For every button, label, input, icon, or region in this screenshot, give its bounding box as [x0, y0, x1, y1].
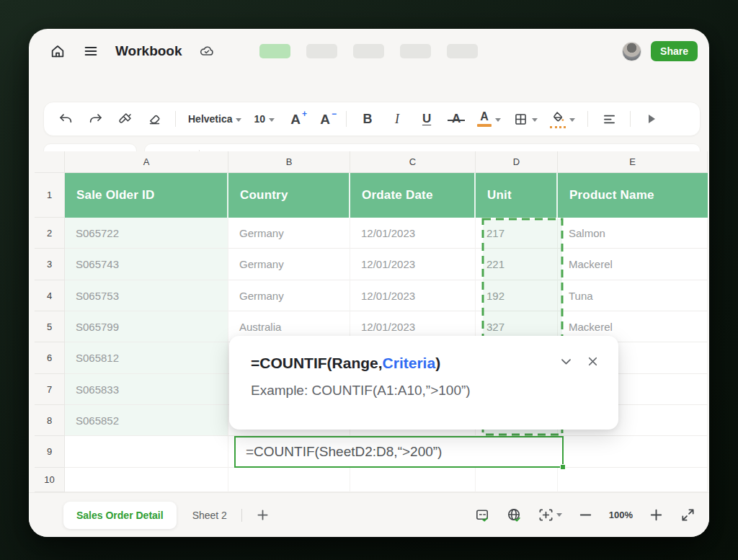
cell[interactable]: S065833 [65, 374, 228, 405]
column-header-d[interactable]: D [476, 151, 558, 173]
cell[interactable]: S065852 [65, 405, 228, 436]
align-button[interactable] [600, 108, 618, 130]
sheet-tab-sheet-2[interactable]: Sheet 2 [192, 510, 227, 521]
bold-button[interactable]: B [359, 108, 376, 130]
header-cell[interactable]: Sale Older ID [65, 173, 228, 218]
increase-font-size-button[interactable]: A+ [287, 108, 304, 130]
cell[interactable] [65, 436, 228, 468]
italic-button[interactable]: I [388, 108, 406, 130]
header-cell[interactable]: Unit [476, 173, 558, 218]
cloud-saved-icon [198, 43, 215, 60]
tab-placeholder-active[interactable] [259, 44, 290, 58]
column-header-e[interactable]: E [558, 151, 708, 173]
chevron-down-icon [269, 118, 275, 122]
home-icon[interactable] [49, 43, 66, 60]
fill-color-button[interactable] [550, 108, 575, 130]
grid: =COUNTIF(SheetD2:D8,“>200”) ABCDE1Sale O… [35, 151, 708, 492]
zoom-level[interactable]: 100% [609, 510, 633, 520]
selection-mode-icon[interactable] [538, 507, 562, 523]
eraser-icon[interactable] [146, 108, 163, 130]
cell[interactable] [558, 468, 708, 492]
cell[interactable]: Germany [228, 249, 350, 280]
font-size-select[interactable]: 10 [254, 108, 275, 130]
divider [346, 111, 347, 127]
cell[interactable]: 12/01/2023 [350, 249, 476, 280]
row-header-10[interactable]: 10 [35, 468, 65, 492]
cell[interactable]: S065743 [65, 249, 228, 280]
cell[interactable] [476, 468, 558, 492]
tab-placeholder[interactable] [353, 44, 384, 58]
header-cell[interactable]: Ordate Date [350, 173, 476, 218]
cell[interactable]: 12/01/2023 [350, 218, 476, 249]
select-all-corner[interactable] [35, 151, 65, 173]
fullscreen-icon[interactable] [680, 507, 696, 523]
font-color-button[interactable]: A [477, 108, 501, 130]
tooltip-title: =COUNTIF(Range,Criteria) [251, 355, 440, 372]
cell[interactable]: Germany [228, 280, 350, 311]
cell[interactable]: Mackerel [558, 249, 708, 280]
cell[interactable]: S065812 [65, 342, 228, 374]
app-window: Workbook Share [29, 29, 709, 537]
row-header-8[interactable]: 8 [35, 405, 65, 436]
underline-button[interactable]: U [418, 108, 435, 130]
strikethrough-button[interactable]: A [448, 108, 465, 130]
redo-icon[interactable] [86, 108, 104, 130]
cell-check-icon[interactable] [474, 507, 491, 523]
avatar[interactable] [622, 42, 641, 61]
globe-check-icon[interactable] [506, 507, 523, 523]
cell[interactable]: S065799 [65, 311, 228, 342]
more-tools-icon[interactable] [643, 108, 660, 130]
row-header-5[interactable]: 5 [35, 311, 65, 342]
column-header-a[interactable]: A [65, 151, 228, 173]
cell[interactable]: 12/01/2023 [350, 280, 476, 311]
borders-button[interactable] [513, 108, 538, 130]
row-header-7[interactable]: 7 [35, 374, 65, 405]
cell[interactable] [558, 436, 708, 468]
formatting-toolbar: Helvetica 10 A+ A− B I U A A [43, 102, 701, 136]
font-family-select[interactable]: Helvetica [188, 108, 241, 130]
chevron-down-icon [556, 513, 562, 517]
title-bar: Workbook Share [29, 29, 709, 74]
share-button[interactable]: Share [651, 41, 698, 61]
tab-placeholder[interactable] [400, 44, 431, 58]
cell[interactable]: S065722 [65, 218, 228, 249]
format-painter-icon[interactable] [116, 108, 133, 130]
document-title: Workbook [115, 43, 182, 59]
cell[interactable] [65, 468, 228, 492]
add-sheet-button[interactable] [255, 507, 270, 523]
column-header-b[interactable]: B [228, 151, 350, 173]
tab-placeholder[interactable] [306, 44, 337, 58]
cell[interactable]: Germany [228, 218, 350, 249]
cell[interactable]: S065753 [65, 280, 228, 311]
row-header-2[interactable]: 2 [35, 218, 65, 249]
fill-handle[interactable] [560, 464, 566, 470]
menu-icon[interactable] [82, 43, 99, 60]
row-header-9[interactable]: 9 [35, 436, 65, 468]
zoom-in-button[interactable] [648, 507, 664, 523]
cell[interactable]: 217 [476, 218, 558, 249]
row-header-1[interactable]: 1 [35, 173, 65, 218]
column-header-c[interactable]: C [350, 151, 476, 173]
fill-color-swatch [550, 126, 566, 128]
row-header-6[interactable]: 6 [35, 342, 65, 374]
close-icon[interactable] [586, 355, 600, 368]
chevron-down-icon [532, 118, 538, 122]
cell[interactable]: Salmon [558, 218, 708, 249]
sheet-tab-sales-order-detail[interactable]: Sales Order Detail [63, 502, 177, 529]
row-header-3[interactable]: 3 [35, 249, 65, 280]
cell[interactable] [228, 468, 350, 492]
decrease-font-size-button[interactable]: A− [316, 108, 334, 130]
tab-placeholder[interactable] [447, 44, 478, 58]
cell[interactable] [350, 468, 476, 492]
header-cell[interactable]: Country [228, 173, 350, 218]
active-formula-cell[interactable]: =COUNTIF(SheetD2:D8,“>200”) [234, 436, 564, 468]
divider [175, 111, 176, 127]
cell[interactable]: Tuna [558, 280, 708, 311]
cell[interactable]: 221 [476, 249, 558, 280]
header-cell[interactable]: Product Name [558, 173, 708, 218]
row-header-4[interactable]: 4 [35, 280, 65, 311]
undo-icon[interactable] [57, 108, 74, 130]
cell[interactable]: 192 [476, 280, 558, 311]
zoom-out-button[interactable] [577, 507, 594, 523]
chevron-down-icon[interactable] [559, 355, 573, 368]
